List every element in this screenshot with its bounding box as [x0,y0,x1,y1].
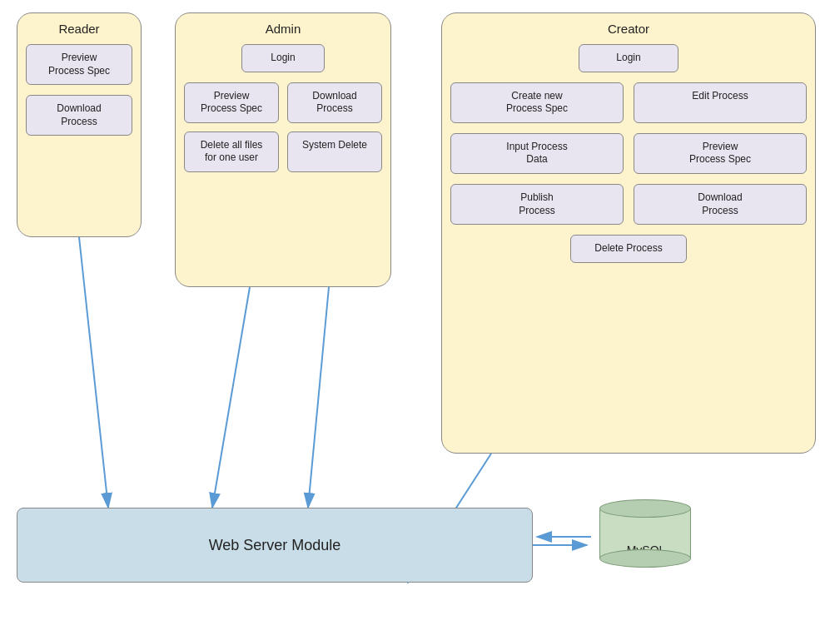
reader-box: Reader PreviewProcess Spec DownloadProce… [17,12,142,237]
admin-preview-btn[interactable]: PreviewProcess Spec [184,82,279,123]
creator-publish-btn[interactable]: PublishProcess [450,184,624,225]
reader-preview-btn[interactable]: PreviewProcess Spec [26,44,132,85]
wsm-box: Web Server Module [17,508,533,583]
svg-line-3 [212,287,250,508]
admin-title: Admin [184,22,382,36]
admin-grid: PreviewProcess Spec DownloadProcess Dele… [184,82,382,172]
admin-download-btn[interactable]: DownloadProcess [287,82,382,123]
creator-title: Creator [450,22,807,36]
mysql-container: MySQL [591,499,699,591]
cyl-bottom [599,549,691,568]
creator-download-btn[interactable]: DownloadProcess [634,184,807,225]
creator-grid: Create newProcess Spec Edit Process Inpu… [450,82,807,226]
wsm-label: Web Server Module [209,537,341,554]
admin-delete-files-btn[interactable]: Delete all filesfor one user [184,131,279,172]
cyl-top [599,499,691,518]
creator-edit-btn[interactable]: Edit Process [634,82,807,123]
reader-download-btn[interactable]: DownloadProcess [26,95,132,136]
creator-delete-btn[interactable]: Delete Process [570,235,687,263]
reader-actions: PreviewProcess Spec DownloadProcess [26,44,132,136]
admin-login-btn[interactable]: Login [241,44,325,72]
creator-box: Creator Login Create newProcess Spec Edi… [441,12,816,454]
svg-line-2 [79,237,108,508]
admin-box: Admin Login PreviewProcess Spec Download… [175,12,391,287]
creator-delete-row: Delete Process [450,235,807,263]
admin-login-row: Login [184,44,382,72]
creator-login-row: Login [450,44,807,72]
mysql-cylinder: MySQL [599,499,691,568]
creator-create-btn[interactable]: Create newProcess Spec [450,82,624,123]
reader-title: Reader [26,22,132,36]
admin-system-delete-btn[interactable]: System Delete [287,131,382,172]
svg-line-4 [308,287,329,508]
diagram-container: Reader PreviewProcess Spec DownloadProce… [0,0,840,630]
creator-login-btn[interactable]: Login [579,44,678,72]
creator-input-btn[interactable]: Input ProcessData [450,133,624,174]
creator-preview-btn[interactable]: PreviewProcess Spec [634,133,807,174]
